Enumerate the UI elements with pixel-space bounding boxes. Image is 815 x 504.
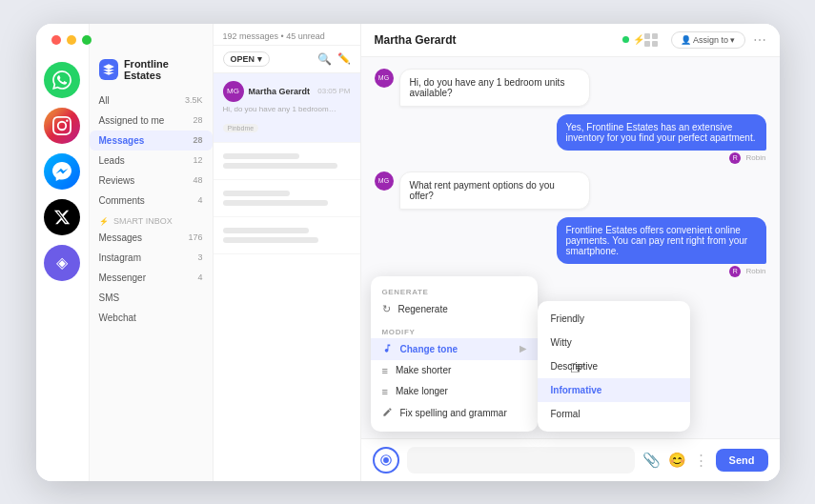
make-shorter-item[interactable]: ≡ Make shorter — [371, 360, 538, 381]
change-tone-label: Change tone — [400, 344, 458, 354]
tone-formal[interactable]: Formal — [538, 402, 690, 426]
sidebar-item-messages-label: Messages — [99, 135, 145, 146]
chat-input-bar: 📎 😊 ⋮ Send — [361, 438, 780, 481]
message-input[interactable] — [407, 447, 635, 474]
sidebar-item-reviews-label: Reviews — [99, 175, 135, 186]
msg-source-label: Pinbdme — [223, 117, 351, 134]
sidebar-sub-webchat[interactable]: Webchat — [90, 308, 213, 328]
contact-avatar-sm: MG — [375, 69, 394, 88]
ai-popup: GENERATE ↻ Regenerate MODIFY Change tone… — [371, 276, 538, 432]
sidebar-item-all[interactable]: All 3.5K — [90, 91, 213, 111]
contact-avatar: MG — [223, 81, 244, 102]
inbox-list: 192 messages • 45 unread OPEN ▾ 🔍 ✏️ MG … — [214, 24, 361, 481]
make-longer-item[interactable]: ≡ Make longer — [371, 381, 538, 402]
more-options-icon[interactable]: ⋯ — [753, 32, 766, 48]
whatsapp-icon[interactable] — [44, 62, 80, 98]
sidebar-item-comments[interactable]: Comments 4 — [90, 191, 213, 211]
sidebar-sub-messages[interactable]: Messages 176 — [90, 228, 213, 248]
tone-informative[interactable]: Informative — [538, 378, 690, 402]
minimize-traffic-light[interactable] — [67, 35, 76, 45]
msg-preview: Hi, do you have any 1 bedroom units avai… — [223, 105, 337, 113]
message-outgoing-2: Frontline Estates offers convenient onli… — [375, 217, 766, 277]
fix-spelling-item[interactable]: Fix spelling and grammar — [371, 402, 538, 424]
sidebar-sub-messenger[interactable]: Messenger 4 — [90, 268, 213, 288]
inbox-search-icons: 🔍 ✏️ — [317, 52, 351, 66]
inbox-msg-skeleton-1[interactable] — [214, 143, 360, 180]
sidebar-item-reviews[interactable]: Reviews 48 — [90, 171, 213, 191]
chat-header-actions: 👤 Assign to ▾ ⋯ — [644, 31, 766, 49]
inbox-msg-skeleton-3[interactable] — [214, 217, 360, 254]
sidebar-sub-sms[interactable]: SMS — [90, 288, 213, 308]
generate-section-label: GENERATE — [371, 284, 538, 298]
search-icon[interactable]: 🔍 — [317, 52, 332, 66]
maximize-traffic-light[interactable] — [82, 35, 92, 45]
sidebar-item-assigned-badge: 28 — [193, 115, 202, 125]
sidebar-sub-instagram[interactable]: Instagram 3 — [90, 248, 213, 268]
fix-spelling-label: Fix spelling and grammar — [400, 408, 507, 418]
assign-button[interactable]: 👤 Assign to ▾ — [671, 31, 745, 49]
sidebar-item-comments-label: Comments — [99, 195, 145, 206]
tone-friendly[interactable]: Friendly — [538, 307, 690, 331]
verified-icon: ⚡ — [633, 34, 644, 45]
inbox-msg-item-1[interactable]: MG Martha Gerardt 03:05 PM Hi, do you ha… — [214, 73, 360, 143]
sidebar-sub-messenger-label: Messenger — [99, 272, 146, 283]
inbox-msg-skeleton-2[interactable] — [214, 180, 360, 217]
message-bubble-outgoing-2: Frontline Estates offers convenient onli… — [557, 217, 766, 264]
x-twitter-icon[interactable] — [44, 199, 80, 235]
message-bubble-incoming-2: What rent payment options do you offer? — [399, 171, 590, 210]
close-traffic-light[interactable] — [51, 35, 61, 45]
chat-area: Martha Gerardt ⚡ 👤 Assign to ▾ ⋯ — [361, 24, 780, 481]
make-shorter-label: Make shorter — [396, 365, 451, 375]
make-longer-label: Make longer — [396, 386, 448, 396]
inbox-status-bar: OPEN ▾ 🔍 ✏️ — [214, 46, 360, 73]
compose-icon[interactable]: ✏️ — [337, 52, 351, 66]
attachment-icon[interactable]: 📎 — [642, 452, 661, 469]
emoji-icon[interactable]: 😊 — [668, 452, 686, 469]
sidebar-item-leads-label: Leads — [99, 155, 125, 166]
sidebar-item-messages[interactable]: Messages 28 — [90, 131, 213, 151]
make-longer-icon: ≡ — [382, 386, 388, 397]
sidebar-sub-webchat-label: Webchat — [99, 312, 136, 323]
brand-logo — [99, 59, 118, 80]
message-incoming-1: MG Hi, do you have any 1 bedroom units a… — [375, 69, 766, 107]
message-bubble-outgoing-1: Yes, Frontline Estates has an extensive … — [557, 114, 766, 151]
sidebar-item-reviews-badge: 48 — [193, 175, 202, 185]
chat-header: Martha Gerardt ⚡ 👤 Assign to ▾ ⋯ — [361, 24, 780, 57]
sidebar-sub-messenger-badge: 4 — [197, 272, 202, 282]
change-tone-item[interactable]: Change tone ▶ — [371, 338, 538, 360]
tone-descriptive[interactable]: Descriptive — [538, 354, 690, 378]
messenger-icon[interactable] — [44, 153, 80, 190]
icon-bar: ◈ — [36, 24, 90, 481]
message-bubble-incoming-1: Hi, do you have any 1 bedroom units avai… — [399, 69, 590, 107]
tone-witty[interactable]: Witty — [538, 331, 690, 354]
status-open[interactable]: OPEN ▾ — [223, 51, 270, 67]
sidebar-item-leads[interactable]: Leads 12 — [90, 151, 213, 171]
sidebar-item-comments-badge: 4 — [197, 195, 202, 205]
msg-sender-robin-2: R Robin — [729, 266, 765, 277]
msg-sender-robin-1: R Robin — [729, 152, 765, 164]
instagram-icon[interactable] — [44, 108, 80, 144]
chat-contact-name: Martha Gerardt — [375, 33, 618, 47]
sidebar-sub-instagram-badge: 3 — [197, 252, 202, 262]
sidebar-item-leads-badge: 12 — [193, 155, 202, 165]
more-input-icon[interactable]: ⋮ — [694, 452, 708, 469]
sidebar-item-assigned[interactable]: Assigned to me 28 — [90, 111, 213, 131]
change-tone-icon — [382, 343, 393, 355]
online-indicator — [622, 36, 629, 43]
inbox-message-list: MG Martha Gerardt 03:05 PM Hi, do you ha… — [214, 73, 360, 481]
assign-avatar-icon: 👤 — [681, 35, 691, 45]
titlebar — [51, 35, 92, 45]
regenerate-label: Regenerate — [398, 304, 448, 314]
sidebar-item-all-badge: 3.5K — [185, 95, 203, 105]
ai-button[interactable] — [373, 447, 399, 474]
main-window: ◈ Frontline Estates All 3.5K Assigned to… — [36, 24, 780, 481]
bento-icon[interactable]: ◈ — [44, 245, 80, 281]
inbox-stats: 192 messages • 45 unread — [214, 24, 360, 46]
regenerate-icon: ↻ — [382, 303, 391, 315]
sidebar-brand: Frontline Estates — [90, 58, 213, 91]
sidebar: Frontline Estates All 3.5K Assigned to m… — [90, 24, 214, 481]
sidebar-item-assigned-label: Assigned to me — [99, 115, 165, 126]
send-button[interactable]: Send — [716, 449, 768, 472]
regenerate-item[interactable]: ↻ Regenerate — [371, 298, 538, 320]
header-grid-icon[interactable] — [644, 33, 658, 47]
